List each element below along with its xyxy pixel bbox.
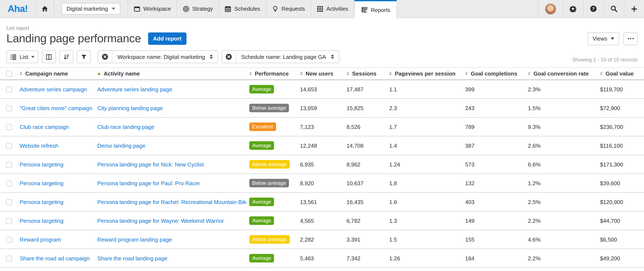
column-header[interactable]: New users (298, 70, 344, 77)
row-checkbox[interactable] (6, 180, 12, 186)
row-checkbox[interactable] (6, 237, 12, 243)
goal-value-cell: $119,700 (598, 86, 644, 92)
table-row: Club race campaign Club race landing pag… (0, 118, 644, 136)
sort-icon (300, 72, 302, 76)
column-header[interactable]: Goal completions (462, 70, 525, 77)
campaign-link[interactable]: Club race campaign (20, 124, 69, 130)
reorder-icon[interactable] (331, 55, 334, 59)
nav-tab-reports[interactable]: Reports (354, 0, 397, 18)
campaign-link[interactable]: Persona targeting (20, 180, 64, 186)
row-select-cell (0, 123, 17, 130)
activity-link[interactable]: Persona landing page for Rachel: Recreat… (97, 199, 247, 205)
help-button[interactable]: ? (583, 0, 604, 18)
row-select-cell (0, 236, 17, 242)
pageviews-cell: 1.6 (387, 199, 462, 205)
sessions-cell: 14,708 (344, 142, 387, 149)
workspace-selector[interactable]: Digital marketing (62, 3, 120, 14)
add-report-button[interactable]: Add report (148, 32, 186, 45)
sort-ascending-icon (97, 72, 101, 75)
goal-value-cell: $116,100 (598, 142, 644, 149)
search-button[interactable] (604, 0, 624, 18)
column-header[interactable]: Goal conversion rate (525, 70, 598, 77)
row-select-cell (0, 198, 17, 205)
row-checkbox[interactable] (6, 199, 12, 205)
aha-logo[interactable]: Aha! (0, 0, 36, 18)
remove-filter-button[interactable] (98, 51, 112, 63)
views-button[interactable]: Views (588, 32, 619, 45)
sort-button[interactable] (59, 50, 74, 63)
row-checkbox[interactable] (6, 143, 12, 149)
more-options-button[interactable] (624, 32, 638, 45)
chevron-down-icon (611, 38, 614, 40)
row-checkbox[interactable] (6, 106, 12, 112)
user-menu[interactable] (538, 0, 562, 18)
view-type-button[interactable]: List (6, 50, 38, 63)
row-checkbox[interactable] (6, 256, 12, 262)
campaign-link[interactable]: Reward program (20, 236, 61, 242)
goal-conversion-rate-cell: 2.3% (525, 86, 598, 92)
column-header[interactable]: Goal value (598, 70, 644, 77)
activity-link[interactable]: City planning landing page (97, 105, 162, 111)
filter-chip-label[interactable]: Schedule name: Landing page GA (236, 54, 331, 60)
goal-value-cell: $72,900 (598, 105, 644, 111)
remove-filter-button[interactable] (222, 51, 236, 63)
nav-item-workspace[interactable]: Workspace (128, 0, 177, 18)
filter-button[interactable] (77, 50, 91, 63)
nav-item-activities[interactable]: Activities (311, 0, 354, 18)
row-checkbox[interactable] (6, 124, 12, 130)
activity-link[interactable]: Persona landing page for Nick: New Cycli… (97, 161, 204, 168)
pageviews-cell: 1.1 (387, 86, 462, 92)
page-title: Landing page performance (6, 32, 141, 45)
column-header[interactable]: Activity name (95, 70, 247, 77)
top-nav: Aha! Digital marketing Workspace Strateg… (0, 0, 644, 18)
report-toolbar: List Works (6, 50, 638, 63)
column-header-label: Campaign name (25, 70, 68, 77)
goal-conversion-rate-cell: 2.2% (525, 218, 598, 224)
campaign-link[interactable]: Website refresh (20, 142, 58, 149)
campaign-link[interactable]: Persona targeting (20, 218, 64, 224)
row-checkbox[interactable] (6, 87, 12, 92)
table-row: "Great cities move" campaign City planni… (0, 99, 644, 118)
row-checkbox[interactable] (6, 218, 12, 224)
campaign-link[interactable]: Share the road ad campaign (20, 255, 90, 262)
activity-link[interactable]: Adventure series landing page (97, 86, 172, 92)
sort-icon (600, 72, 602, 76)
campaign-link[interactable]: Persona targeting (20, 161, 64, 168)
pageviews-cell: 1.26 (387, 255, 462, 262)
campaign-link[interactable]: "Great cities move" campaign (20, 105, 92, 111)
column-header[interactable]: Campaign name (17, 70, 95, 77)
activity-link[interactable]: Reward program landing page (97, 236, 172, 242)
filter-chip-label[interactable]: Workspace name: Digital marketing (112, 54, 210, 60)
column-header[interactable]: Sessions (344, 70, 387, 77)
column-header[interactable]: Pageviews per session (387, 70, 462, 77)
activity-link[interactable]: Persona landing page for Paul: Pro Racer (97, 180, 200, 186)
nav-item-strategy[interactable]: Strategy (177, 0, 219, 18)
columns-button[interactable] (42, 50, 56, 63)
create-button[interactable] (624, 0, 644, 18)
add-icon (631, 5, 638, 12)
reorder-icon[interactable] (210, 55, 213, 59)
pageviews-cell: 1.5 (387, 236, 462, 242)
sort-icon (249, 72, 252, 76)
settings-button[interactable] (562, 0, 583, 18)
performance-badge: Below average (249, 179, 289, 187)
activity-link[interactable]: Club race landing page (97, 124, 154, 130)
goal-completions-cell: 387 (462, 142, 525, 149)
goal-value-cell: $49,200 (598, 255, 644, 262)
row-checkbox[interactable] (6, 162, 12, 168)
home-button[interactable] (36, 0, 54, 18)
campaign-link[interactable]: Adventure series campaign (20, 86, 87, 92)
campaign-link[interactable]: Persona targeting (20, 199, 64, 205)
activity-link[interactable]: Demo landing page (97, 142, 146, 149)
activity-link[interactable]: Share the road landing page (97, 255, 167, 262)
activity-link[interactable]: Persona landing page for Wayne: Weekend … (97, 218, 224, 224)
sort-icon (389, 72, 392, 76)
column-header[interactable]: Performance (247, 70, 298, 77)
goal-value-cell: $120,900 (598, 199, 644, 205)
sort-icon (465, 72, 468, 76)
select-all-checkbox[interactable] (6, 71, 12, 77)
nav-item-requests[interactable]: Requests (266, 0, 311, 18)
goal-value-cell: $44,700 (598, 218, 644, 224)
table-row: Persona targeting Persona landing page f… (0, 155, 644, 174)
nav-item-schedules[interactable]: Schedules (219, 0, 266, 18)
